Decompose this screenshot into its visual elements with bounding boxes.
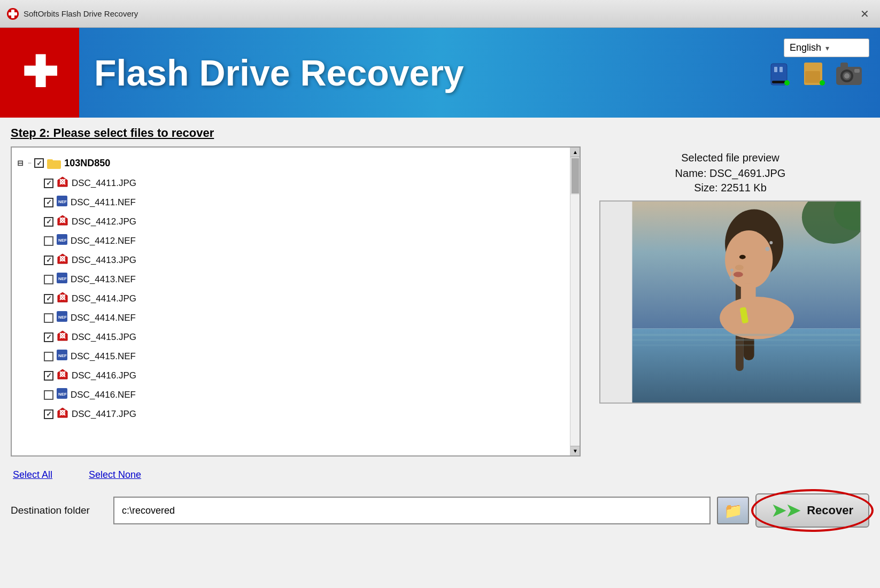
list-item[interactable]: DSC_4414.JPG: [12, 289, 580, 308]
folder-browse-icon: 📁: [724, 502, 743, 520]
browse-button[interactable]: 📁: [717, 497, 749, 524]
recover-button-wrapper: ➤➤ Recover: [755, 493, 869, 528]
file-checkbox[interactable]: [44, 256, 53, 265]
list-item[interactable]: DSC_4416.JPG: [12, 366, 580, 385]
file-tree-scroll[interactable]: ⊟ ··· 103ND850 DSC_4411.JPGNEFDSC_4411.N…: [12, 148, 580, 455]
preview-image-container: [599, 200, 861, 404]
svg-point-7: [784, 80, 790, 86]
list-item[interactable]: DSC_4413.JPG: [12, 250, 580, 270]
file-checkbox[interactable]: [44, 352, 53, 361]
svg-point-17: [844, 73, 850, 79]
close-button[interactable]: ✕: [856, 5, 874, 22]
svg-rect-2: [9, 12, 17, 16]
file-checkbox[interactable]: [44, 198, 53, 207]
file-name: DSC_4413.JPG: [72, 255, 136, 266]
nef-file-icon: NEF: [57, 350, 67, 363]
destination-label: Destination folder: [11, 505, 107, 516]
preview-image: [600, 200, 860, 404]
scrollbar-thumb[interactable]: [570, 157, 580, 195]
recover-label: Recover: [807, 504, 853, 517]
svg-rect-21: [47, 159, 53, 163]
svg-point-78: [739, 255, 746, 259]
list-item[interactable]: NEFDSC_4411.NEF: [12, 193, 580, 212]
file-checkbox[interactable]: [44, 390, 53, 400]
svg-point-79: [735, 265, 744, 270]
file-name: DSC_4411.NEF: [71, 197, 136, 208]
window-title: SoftOrbits Flash Drive Recovery: [24, 9, 138, 18]
jpg-file-icon: [57, 330, 68, 344]
list-item[interactable]: DSC_4415.JPG: [12, 327, 580, 347]
list-item[interactable]: NEFDSC_4413.NEF: [12, 270, 580, 289]
svg-text:NEF: NEF: [58, 276, 67, 281]
select-buttons: Select All Select None: [11, 467, 869, 483]
file-checkbox[interactable]: [44, 217, 53, 227]
svg-rect-6: [772, 81, 786, 83]
file-items-container: DSC_4411.JPGNEFDSC_4411.NEFDSC_4412.JPGN…: [12, 173, 580, 424]
select-all-button[interactable]: Select All: [11, 467, 55, 483]
usb-icon: [767, 58, 796, 87]
list-item[interactable]: DSC_4412.JPG: [12, 212, 580, 231]
header-title: Flash Drive Recovery: [79, 52, 767, 94]
file-name: DSC_4416.NEF: [71, 390, 136, 400]
list-item[interactable]: NEFDSC_4416.NEF: [12, 385, 580, 404]
title-bar-left: SoftOrbits Flash Drive Recovery: [6, 7, 138, 20]
jpg-file-icon: [57, 291, 68, 306]
root-folder-name: 103ND850: [64, 158, 110, 169]
destination-row: Destination folder 📁 ➤➤ Recover: [11, 493, 869, 528]
file-checkbox[interactable]: [44, 179, 53, 188]
svg-point-13: [820, 80, 825, 86]
file-checkbox[interactable]: [44, 409, 53, 419]
svg-rect-19: [854, 69, 860, 73]
svg-rect-69: [600, 202, 632, 403]
svg-rect-5: [779, 67, 783, 72]
header-banner: ✚ Flash Drive Recovery: [0, 28, 880, 118]
step-label: Step 2: Please select files to recover: [0, 118, 880, 146]
svg-rect-84: [632, 334, 860, 336]
file-checkbox[interactable]: [44, 236, 53, 246]
jpg-file-icon: [57, 253, 68, 267]
svg-rect-12: [805, 71, 820, 83]
recover-button[interactable]: ➤➤ Recover: [755, 493, 869, 528]
file-name: DSC_4411.JPG: [72, 178, 136, 189]
chevron-down-icon: ▾: [825, 44, 829, 52]
file-checkbox[interactable]: [44, 275, 53, 284]
scrollbar-arrow-down[interactable]: ▼: [570, 446, 580, 455]
tree-root-row[interactable]: ⊟ ··· 103ND850: [12, 153, 580, 173]
recover-arrow-icon: ➤➤: [771, 500, 800, 521]
nef-file-icon: NEF: [57, 196, 67, 209]
list-item[interactable]: NEFDSC_4415.NEF: [12, 347, 580, 366]
main-content: ⊟ ··· 103ND850 DSC_4411.JPGNEFDSC_4411.N…: [0, 146, 880, 457]
svg-point-88: [769, 241, 773, 244]
language-dropdown[interactable]: English ▾: [784, 38, 869, 57]
file-name: DSC_4413.NEF: [71, 274, 136, 285]
svg-point-87: [765, 247, 769, 251]
nef-file-icon: NEF: [57, 388, 67, 401]
svg-rect-18: [840, 63, 848, 68]
file-checkbox[interactable]: [44, 313, 53, 323]
file-name: DSC_4416.JPG: [72, 370, 136, 381]
app-icon: [6, 7, 19, 20]
svg-text:NEF: NEF: [58, 353, 67, 358]
svg-rect-9: [806, 63, 809, 71]
file-name: DSC_4414.NEF: [71, 313, 136, 323]
folder-icon: [47, 157, 61, 169]
scrollbar-track[interactable]: ▲ ▼: [570, 148, 580, 455]
nef-file-icon: NEF: [57, 273, 67, 286]
file-checkbox[interactable]: [44, 294, 53, 304]
svg-point-80: [734, 272, 743, 277]
list-item[interactable]: DSC_4411.JPG: [12, 173, 580, 193]
file-checkbox[interactable]: [44, 371, 53, 381]
file-checkbox[interactable]: [44, 332, 53, 342]
preview-file-name: Name: DSC_4691.JPG: [675, 167, 786, 180]
destination-input[interactable]: [113, 497, 711, 524]
root-checkbox[interactable]: [34, 158, 44, 168]
list-item[interactable]: NEFDSC_4412.NEF: [12, 231, 580, 250]
language-selector-area: English ▾: [784, 38, 869, 57]
jpg-file-icon: [57, 176, 68, 190]
jpg-file-icon: [57, 368, 68, 383]
list-item[interactable]: NEFDSC_4414.NEF: [12, 308, 580, 327]
svg-point-77: [725, 230, 773, 289]
list-item[interactable]: DSC_4417.JPG: [12, 404, 580, 424]
select-none-button[interactable]: Select None: [87, 467, 143, 483]
scrollbar-arrow-up[interactable]: ▲: [570, 148, 580, 157]
